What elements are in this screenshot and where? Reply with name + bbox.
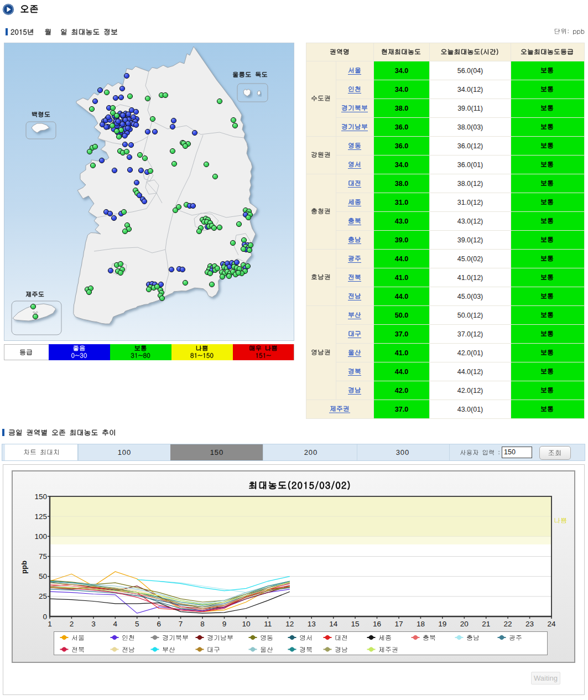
svg-text:10: 10 <box>242 620 250 628</box>
svg-text:20: 20 <box>460 620 469 628</box>
svg-text:17: 17 <box>394 620 403 628</box>
svg-text:16: 16 <box>373 620 381 628</box>
svg-text:5: 5 <box>135 620 139 628</box>
svg-text:ppb: ppb <box>20 561 28 574</box>
svg-text:7: 7 <box>179 620 183 628</box>
svg-text:15: 15 <box>351 620 360 628</box>
svg-text:14: 14 <box>329 620 338 628</box>
svg-text:19: 19 <box>438 620 446 628</box>
svg-text:25: 25 <box>39 592 47 600</box>
svg-text:6: 6 <box>157 620 161 628</box>
svg-text:125: 125 <box>34 512 47 521</box>
svg-text:75: 75 <box>39 552 47 561</box>
svg-text:13: 13 <box>308 620 316 628</box>
svg-text:18: 18 <box>417 620 425 628</box>
svg-text:50: 50 <box>39 572 47 580</box>
svg-text:100: 100 <box>34 532 47 541</box>
svg-text:23: 23 <box>525 620 534 628</box>
svg-text:150: 150 <box>34 492 47 501</box>
svg-text:22: 22 <box>504 620 512 628</box>
svg-text:11: 11 <box>264 620 272 628</box>
svg-text:9: 9 <box>222 620 227 628</box>
svg-text:2: 2 <box>70 620 74 628</box>
svg-text:12: 12 <box>285 620 294 628</box>
svg-text:3: 3 <box>91 620 96 628</box>
svg-text:24: 24 <box>547 620 556 628</box>
svg-text:0: 0 <box>43 613 47 621</box>
svg-text:8: 8 <box>200 620 205 628</box>
svg-text:4: 4 <box>113 620 118 628</box>
svg-text:1: 1 <box>48 620 52 628</box>
svg-text:21: 21 <box>482 620 490 628</box>
